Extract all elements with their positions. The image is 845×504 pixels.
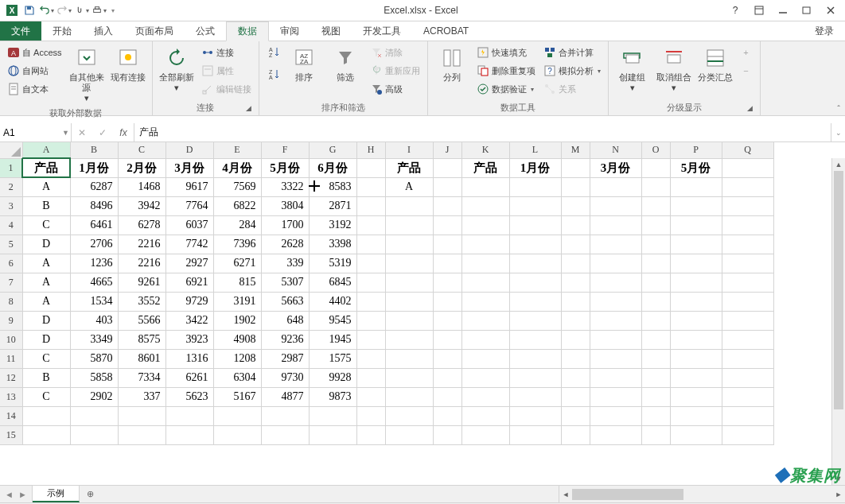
col-header[interactable]: D — [165, 142, 213, 158]
cell[interactable]: C — [22, 349, 70, 368]
cell[interactable]: 9236 — [261, 330, 309, 349]
dialog-launcher-icon[interactable]: ◢ — [746, 104, 755, 114]
cell[interactable] — [722, 311, 773, 330]
refresh-all-button[interactable]: 全部刷新▾ — [158, 44, 196, 95]
cell[interactable]: 产品 — [461, 158, 509, 177]
row-header[interactable]: 15 — [0, 425, 22, 444]
cell[interactable] — [509, 425, 561, 444]
cell[interactable] — [356, 425, 385, 444]
cell[interactable] — [461, 215, 509, 235]
cell[interactable]: 1236 — [70, 254, 118, 273]
cell[interactable] — [670, 196, 722, 215]
cell[interactable]: D — [22, 330, 70, 349]
cell[interactable] — [433, 215, 461, 235]
cell[interactable] — [722, 235, 773, 254]
cell[interactable]: 5319 — [309, 254, 356, 273]
cell[interactable]: 6月份 — [309, 158, 356, 177]
cell[interactable] — [670, 349, 722, 368]
cell[interactable] — [433, 292, 461, 311]
col-header[interactable]: Q — [722, 142, 773, 158]
expand-formula-bar-icon[interactable]: ⌄ — [831, 123, 845, 142]
cell[interactable]: 7742 — [165, 235, 213, 254]
cell[interactable] — [561, 349, 590, 368]
cell[interactable]: 5566 — [118, 311, 165, 330]
cell[interactable] — [433, 158, 461, 177]
cell[interactable]: 2706 — [70, 235, 118, 254]
cell[interactable] — [641, 177, 670, 196]
cell[interactable]: 3191 — [213, 292, 261, 311]
cell[interactable] — [561, 292, 590, 311]
sheet-nav[interactable]: ◄ ► — [0, 486, 33, 502]
row-header[interactable]: 1 — [0, 158, 22, 177]
cell[interactable]: 6845 — [309, 273, 356, 292]
cell[interactable] — [509, 292, 561, 311]
flash-fill-button[interactable]: 快速填充 — [474, 44, 538, 61]
cell[interactable] — [561, 330, 590, 349]
advanced-filter-button[interactable]: 高级 — [368, 80, 422, 98]
qat-customize-icon[interactable]: ▾ — [110, 7, 116, 14]
cell[interactable] — [670, 387, 722, 406]
row-header[interactable]: 7 — [0, 273, 22, 292]
cell[interactable]: 8601 — [118, 349, 165, 368]
row-header[interactable]: 2 — [0, 177, 22, 196]
cell[interactable] — [461, 235, 509, 254]
cell[interactable]: D — [22, 235, 70, 254]
cell[interactable]: 3923 — [165, 330, 213, 349]
cell[interactable] — [561, 311, 590, 330]
row-header[interactable]: 5 — [0, 235, 22, 254]
cell[interactable] — [509, 273, 561, 292]
cell[interactable] — [561, 387, 590, 406]
cell[interactable] — [722, 254, 773, 273]
cell[interactable]: 3月份 — [165, 158, 213, 177]
maximize-icon[interactable] — [796, 2, 818, 18]
cell[interactable] — [561, 254, 590, 273]
cell[interactable] — [722, 330, 773, 349]
whatif-button[interactable]: ?模拟分析 — [541, 62, 603, 79]
cell[interactable] — [590, 196, 641, 215]
cell[interactable] — [213, 406, 261, 425]
cell[interactable] — [118, 425, 165, 444]
cell[interactable]: 4877 — [261, 387, 309, 406]
cell[interactable]: 6921 — [165, 273, 213, 292]
cell[interactable]: 3月份 — [590, 158, 641, 177]
cell[interactable]: 3322 — [261, 177, 309, 196]
cell[interactable]: 1575 — [309, 349, 356, 368]
cell[interactable] — [385, 273, 433, 292]
cell[interactable]: 3422 — [165, 311, 213, 330]
cell[interactable] — [722, 196, 773, 215]
cell[interactable]: 5167 — [213, 387, 261, 406]
cell[interactable] — [561, 406, 590, 425]
tab-insert[interactable]: 插入 — [83, 21, 124, 41]
worksheet-grid[interactable]: ABCDEFGHIJKLMNOPQ1产品1月份2月份3月份4月份5月份6月份产品… — [0, 142, 845, 485]
col-header[interactable]: O — [641, 142, 670, 158]
cell[interactable] — [670, 177, 722, 196]
col-header[interactable]: A — [22, 142, 70, 158]
cell[interactable]: 5月份 — [670, 158, 722, 177]
cell[interactable] — [722, 215, 773, 235]
cell[interactable] — [261, 406, 309, 425]
col-header[interactable]: L — [509, 142, 561, 158]
chevron-down-icon[interactable]: ▼ — [62, 129, 69, 137]
cell[interactable] — [509, 311, 561, 330]
row-header[interactable]: 14 — [0, 406, 22, 425]
minimize-icon[interactable] — [772, 2, 794, 18]
row-header[interactable]: 3 — [0, 196, 22, 215]
cell[interactable] — [356, 235, 385, 254]
cell[interactable] — [433, 368, 461, 387]
next-sheet-icon[interactable]: ► — [18, 490, 27, 499]
cell[interactable] — [385, 406, 433, 425]
cell[interactable] — [22, 406, 70, 425]
scroll-right-icon[interactable]: ► — [832, 490, 845, 498]
cell[interactable]: 5623 — [165, 387, 213, 406]
cell[interactable]: A — [22, 177, 70, 196]
cell[interactable] — [509, 368, 561, 387]
col-header[interactable]: H — [356, 142, 385, 158]
cell[interactable] — [356, 406, 385, 425]
cell[interactable]: 7396 — [213, 235, 261, 254]
text-to-columns-button[interactable]: 分列 — [433, 44, 471, 84]
cell[interactable] — [722, 292, 773, 311]
cell[interactable] — [509, 177, 561, 196]
cell[interactable]: 6304 — [213, 368, 261, 387]
cell[interactable] — [461, 425, 509, 444]
cell[interactable] — [641, 273, 670, 292]
